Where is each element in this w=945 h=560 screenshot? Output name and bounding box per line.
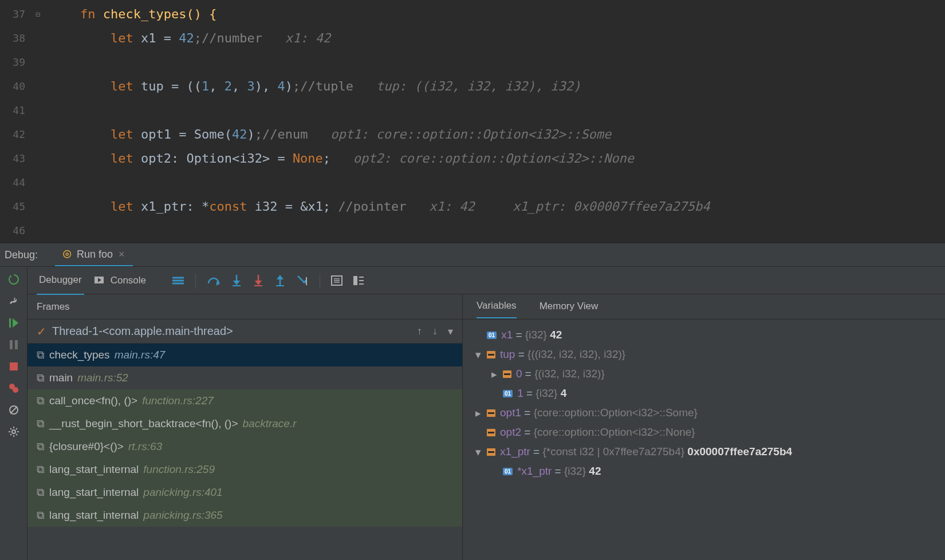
svg-point-5	[13, 387, 18, 393]
mute-breakpoints-icon[interactable]	[8, 404, 19, 416]
variable-row[interactable]: ▸ opt1 = {core::option::Option<i32>::Som…	[467, 403, 945, 423]
inlay-hint: x1: 42 x1_ptr: 0x00007ffee7a275b4	[429, 199, 710, 214]
code-text: ;	[323, 151, 330, 165]
resume-icon[interactable]	[8, 317, 19, 329]
step-into-icon[interactable]	[231, 275, 242, 286]
frame-location: main.rs:52	[77, 372, 128, 384]
variable-name: tup	[500, 348, 515, 361]
frame-icon: ⧉	[37, 417, 45, 430]
frame-item[interactable]: ⧉ {closure#0}<()> rt.rs:63	[27, 435, 462, 458]
frame-icon: ⧉	[37, 463, 45, 476]
frame-name: {closure#0}<()>	[49, 440, 124, 453]
run-to-cursor-icon[interactable]	[297, 275, 308, 286]
threads-icon[interactable]	[172, 277, 184, 285]
frame-name: lang_start_internal	[49, 509, 139, 522]
breakpoints-icon[interactable]	[8, 382, 19, 394]
prev-frame-icon[interactable]: ↑	[417, 325, 422, 338]
line-number: 46	[0, 219, 25, 243]
code-content[interactable]: fn check_types() { let x1 = 42;//number …	[46, 0, 945, 243]
frame-item[interactable]: ⧉ call_once<fn(), ()> function.rs:227	[27, 389, 462, 412]
struct-icon	[487, 429, 495, 436]
variables-panel: Variables Memory View 01 x1 = {i32} 42 ▾	[463, 294, 945, 560]
step-over-icon[interactable]	[207, 275, 220, 286]
debug-actions	[172, 274, 364, 287]
chevron-down-icon[interactable]: ▾	[475, 348, 487, 361]
inlay-hint: tup: ((i32, i32, i32), i32)	[376, 79, 581, 93]
pause-icon[interactable]	[8, 339, 19, 350]
rerun-icon[interactable]	[8, 274, 19, 285]
variable-value: 4	[561, 387, 567, 400]
evaluate-expression-icon[interactable]	[332, 276, 342, 285]
next-frame-icon[interactable]: ↓	[432, 325, 438, 338]
frames-list[interactable]: ⧉ check_types main.rs:47 ⧉ main main.rs:…	[27, 344, 462, 560]
debug-tab-label: Run foo	[77, 249, 113, 261]
settings-icon[interactable]	[8, 426, 19, 437]
variable-value: 0x00007ffee7a275b4	[687, 445, 792, 458]
chevron-down-icon[interactable]: ▾	[475, 445, 487, 459]
code-comment: //pointer	[338, 199, 406, 214]
svg-line-7	[10, 407, 17, 413]
frame-name: lang_start_internal	[49, 463, 139, 476]
frame-name: lang_start_internal	[49, 486, 139, 499]
step-out-icon[interactable]	[275, 275, 285, 286]
variable-name: x1_ptr	[500, 445, 530, 458]
console-tab[interactable]: Console	[108, 275, 148, 294]
memory-view-tab[interactable]: Memory View	[540, 301, 598, 318]
trace-current-icon[interactable]	[353, 276, 364, 285]
thread-dropdown-icon[interactable]: ▾	[448, 325, 453, 338]
wrench-icon[interactable]	[8, 295, 19, 307]
frame-item[interactable]: ⧉ lang_start_internal panicking.rs:401	[27, 481, 462, 504]
frame-location: panicking.rs:401	[143, 486, 222, 499]
frame-name: __rust_begin_short_backtrace<fn(), ()>	[49, 417, 238, 430]
thread-selector[interactable]: ✓ Thread-1-<com.apple.main-thread> ↑ ↓ ▾	[27, 320, 462, 344]
frame-item[interactable]: ⧉ lang_start_internal function.rs:259	[27, 458, 462, 481]
variable-type: {i32}	[564, 465, 586, 478]
primitive-icon: 01	[503, 468, 513, 475]
variable-row[interactable]: ▸ 0 = {(i32, i32, i32)}	[467, 364, 945, 384]
stop-icon[interactable]	[8, 361, 19, 372]
frame-name: call_once<fn(), ()>	[49, 395, 137, 407]
chevron-right-icon[interactable]: ▸	[475, 407, 487, 420]
thread-name: Thread-1-<com.apple.main-thread>	[52, 325, 233, 338]
frame-location: panicking.rs:365	[143, 509, 222, 522]
frame-location: function.rs:227	[142, 395, 214, 407]
line-number: 42	[0, 123, 25, 147]
frame-item[interactable]: ⧉ __rust_begin_short_backtrace<fn(), ()>…	[27, 412, 462, 435]
svg-line-15	[10, 434, 11, 435]
frame-location: backtrace.r	[243, 417, 297, 430]
variables-tab[interactable]: Variables	[477, 300, 517, 318]
svg-rect-2	[15, 340, 18, 349]
close-icon[interactable]: ×	[119, 249, 125, 261]
variable-name: *x1_ptr	[517, 465, 552, 478]
frame-item[interactable]: ⧉ check_types main.rs:47	[27, 344, 462, 366]
variable-type: {((i32, i32, i32), i32)}	[527, 348, 625, 361]
variable-type: {core::option::Option<i32>::None}	[534, 426, 695, 439]
struct-icon	[487, 409, 495, 417]
variable-row[interactable]: opt2 = {core::option::Option<i32>::None}	[467, 423, 945, 442]
code-editor[interactable]: 37 38 39 40 41 42 43 44 45 46 ⊟ fn check…	[0, 0, 945, 243]
code-comment: ;//tuple	[293, 79, 353, 93]
variable-row[interactable]: ▾ tup = {((i32, i32, i32), i32)}	[467, 345, 945, 364]
force-step-into-icon[interactable]	[253, 275, 263, 286]
fold-icon[interactable]: ⊟	[30, 2, 46, 26]
chevron-right-icon[interactable]: ▸	[491, 368, 503, 381]
frame-item[interactable]: ⧉ main main.rs:52	[27, 366, 462, 389]
inlay-hint: x1: 42	[285, 31, 330, 45]
frame-item[interactable]: ⧉ lang_start_internal panicking.rs:365	[27, 504, 462, 527]
variable-row[interactable]: ▾ x1_ptr = {*const i32 | 0x7ffee7a275b4}…	[467, 442, 945, 462]
svg-rect-3	[10, 362, 18, 370]
variable-value: 42	[589, 465, 601, 478]
code-text: opt2: Option<i32> =	[141, 151, 293, 165]
variable-name: opt1	[500, 407, 521, 419]
frame-icon: ⧉	[37, 349, 45, 361]
variable-row[interactable]: 01 x1 = {i32} 42	[467, 325, 945, 345]
frame-icon: ⧉	[37, 395, 45, 407]
frame-icon: ⧉	[37, 486, 45, 499]
variables-tree[interactable]: 01 x1 = {i32} 42 ▾ tup = {((i32, i32, i3…	[463, 320, 945, 560]
svg-rect-0	[9, 318, 11, 328]
debug-run-config-tab[interactable]: ⦾ Run foo ×	[55, 243, 133, 266]
debugger-tab[interactable]: Debugger	[37, 274, 84, 295]
variable-row[interactable]: 01 *x1_ptr = {i32} 42	[467, 462, 945, 481]
code-comment: ;//enum	[255, 127, 308, 141]
variable-row[interactable]: 01 1 = {i32} 4	[467, 384, 945, 403]
